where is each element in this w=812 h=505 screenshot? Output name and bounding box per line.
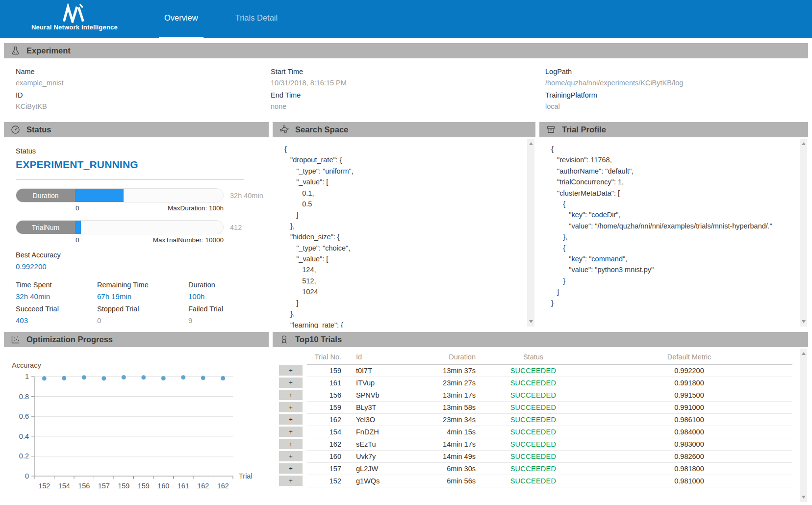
svg-text:156: 156	[78, 482, 90, 490]
trial-no-cell: 159	[307, 364, 354, 377]
expand-row-button[interactable]: +	[279, 390, 303, 400]
status-metric: Time Spent32h 40min	[16, 277, 97, 301]
progress-label: TrialNum	[16, 221, 75, 234]
gauge-icon	[10, 125, 21, 135]
expand-row-button[interactable]: +	[279, 414, 303, 425]
table-row: +154FnDZH4min 15sSUCCEEDED0.984000	[279, 426, 792, 438]
scroll-down-button[interactable]	[802, 496, 806, 499]
status-metric-value: 32h 40min	[16, 292, 97, 301]
status-metric-label: Stopped Trial	[97, 305, 188, 313]
svg-text:154: 154	[58, 482, 70, 490]
experiment-column: Nameexample_mnistIDKCiBytKB	[16, 63, 271, 110]
expand-row-button[interactable]: +	[279, 439, 303, 449]
data-point[interactable]	[201, 376, 205, 380]
brand[interactable]: Neural Network Intelligence	[31, 0, 118, 38]
trial-id-cell: SPNVb	[354, 389, 412, 401]
data-point[interactable]	[181, 375, 185, 379]
svg-text:0.6: 0.6	[19, 412, 29, 420]
progress-value: 32h 40min	[230, 192, 263, 200]
svg-text:160: 160	[157, 482, 169, 490]
metric-cell: 0.981800	[586, 462, 792, 475]
table-row: +160Uvk7y14min 49sSUCCEEDED0.982600	[279, 450, 792, 462]
status-metric-label: Remaining Time	[97, 281, 188, 289]
scrollbar[interactable]	[800, 349, 807, 502]
table-row: +161ITVup23min 27sSUCCEEDED0.991800	[279, 377, 792, 389]
tab-trials-detail[interactable]: Trials Detail	[230, 13, 283, 38]
status-badge: SUCCEEDED	[510, 428, 557, 436]
metric-cell: 0.991800	[586, 377, 792, 389]
data-point[interactable]	[221, 376, 225, 380]
trial-no-cell: 162	[307, 413, 354, 426]
expand-row-button[interactable]: +	[279, 378, 303, 388]
data-point[interactable]	[62, 376, 66, 380]
expand-row-button[interactable]: +	[279, 365, 303, 376]
tab-bar: OverviewTrials Detail	[159, 0, 283, 38]
trial-id-cell: BLy3T	[354, 401, 412, 413]
trial-no-cell: 154	[307, 426, 354, 438]
duration-cell: 6min 30s	[412, 462, 481, 475]
progress-start-label: 0	[76, 236, 79, 244]
status-metric-label: Time Spent	[16, 281, 97, 289]
metric-cell: 0.991500	[586, 389, 792, 401]
nni-logo	[58, 3, 91, 23]
trial-no-cell: 152	[307, 475, 354, 487]
scrollbar[interactable]	[527, 139, 534, 327]
data-point[interactable]	[141, 375, 146, 379]
middle-row: Status Status EXPERIMENT_RUNNING Duratio…	[4, 122, 808, 328]
column-header-id: Id	[354, 350, 412, 364]
scroll-up-button[interactable]	[529, 142, 533, 145]
trial-profile-panel-header: Trial Profile	[539, 122, 808, 137]
field-value: example_mnist	[16, 79, 271, 87]
scroll-down-button[interactable]	[802, 320, 806, 323]
duration-cell: 13min 17s	[412, 389, 481, 401]
expand-row-button[interactable]: +	[279, 476, 303, 486]
data-point[interactable]	[82, 375, 86, 379]
data-point[interactable]	[102, 376, 106, 380]
expand-row-button[interactable]: +	[279, 402, 303, 412]
svg-text:159: 159	[138, 482, 150, 490]
trial-no-cell: 159	[307, 401, 354, 413]
nni-overview-page: Neural Network Intelligence OverviewTria…	[0, 0, 812, 504]
top10-panel-header: Top10 Trials	[273, 332, 808, 347]
status-badge: SUCCEEDED	[510, 404, 557, 411]
search-space-panel-title: Search Space	[295, 125, 348, 134]
scatter-plot-icon	[10, 334, 21, 345]
status-panel: Status Status EXPERIMENT_RUNNING Duratio…	[4, 122, 269, 328]
metric-cell: 0.986100	[586, 413, 792, 426]
search-space-panel-header: Search Space	[273, 122, 535, 137]
status-metric: Succeed Trial403	[16, 301, 97, 325]
scrollbar[interactable]	[800, 139, 807, 327]
status-metric-label: Failed Trial	[188, 305, 269, 313]
metric-cell: 0.984000	[586, 426, 792, 438]
metric-cell: 0.983000	[586, 438, 792, 450]
scroll-up-button[interactable]	[802, 352, 806, 355]
data-point[interactable]	[122, 375, 126, 379]
scroll-up-button[interactable]	[802, 142, 806, 145]
status-metric-value: 67h 19min	[97, 292, 188, 301]
metric-cell: 0.992200	[586, 364, 792, 377]
optimization-chart[interactable]: 00.20.40.60.8115215415615715915916016116…	[4, 347, 269, 504]
search-space-json: { "dropout_rate": { "_type": "uniform", …	[273, 137, 535, 328]
column-header-expand	[279, 350, 307, 364]
data-point[interactable]	[161, 376, 166, 380]
brand-name: Neural Network Intelligence	[31, 24, 118, 31]
status-label: Status	[16, 147, 269, 155]
table-row: +156SPNVb13min 17sSUCCEEDED0.991500	[279, 389, 792, 401]
field-label: End Time	[271, 91, 545, 99]
tab-overview[interactable]: Overview	[159, 13, 203, 38]
status-badge: SUCCEEDED	[510, 465, 557, 473]
field-value: 10/31/2018, 8:16:15 PM	[271, 79, 545, 87]
expand-row-button[interactable]: +	[279, 463, 303, 474]
optimization-progress-panel: Optimization Progress 00.20.40.60.811521…	[4, 332, 269, 504]
duration-cell: 14min 17s	[412, 438, 481, 450]
progress-duration: Duration32h 40min0MaxDuration: 100h	[16, 188, 269, 212]
medal-icon	[279, 334, 289, 345]
expand-row-button[interactable]: +	[279, 451, 303, 461]
experiment-panel-header: Experiment	[4, 43, 808, 58]
metric-cell: 0.981000	[586, 475, 792, 487]
scroll-down-button[interactable]	[529, 320, 533, 323]
table-row: +152g1WQs6min 56sSUCCEEDED0.981000	[279, 475, 792, 487]
progress-track: TrialNum	[16, 220, 224, 234]
expand-row-button[interactable]: +	[279, 427, 303, 437]
data-point[interactable]	[42, 376, 47, 380]
